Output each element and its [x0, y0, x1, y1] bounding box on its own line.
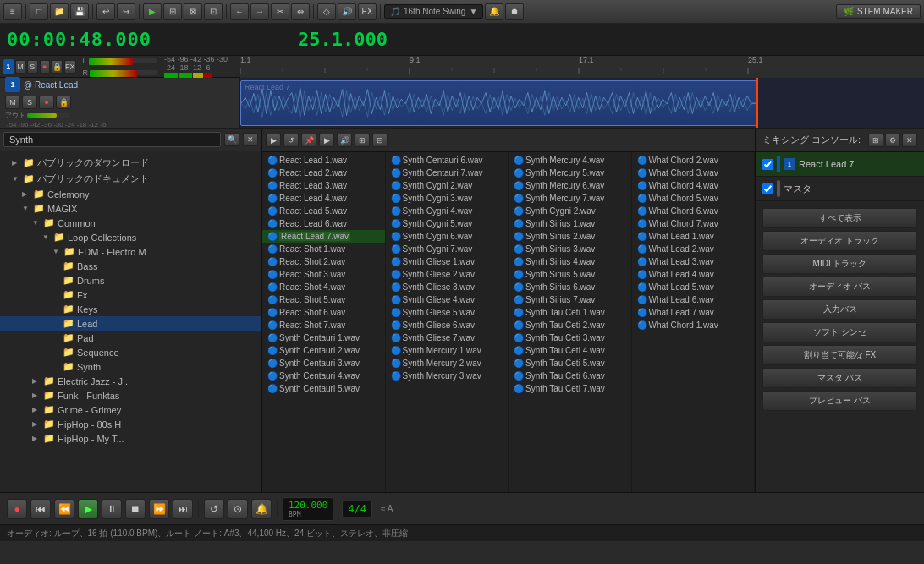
select-btn[interactable]: ⊡ [204, 3, 223, 20]
mixer-master-bus-btn[interactable]: マスタ バス [762, 368, 917, 388]
fl-btn4[interactable]: ▶ [319, 134, 334, 147]
file-item[interactable]: 🔵React Shot 6.wav [262, 306, 385, 319]
menu-btn[interactable]: ≡ [3, 3, 22, 20]
clear-btn[interactable]: ✕ [243, 133, 258, 146]
file-item[interactable]: 🔵Synth Tau Ceti 1.wav [509, 306, 631, 319]
track-solo-btn[interactable]: S [27, 60, 37, 74]
tree-item-electric-jazz[interactable]: ▶ 📁 Electric Jazz - J... [0, 374, 261, 388]
file-item-what-chord-1[interactable]: 🔵What Chord 1.wav [632, 319, 755, 331]
record-count-btn[interactable]: ⏺ [505, 3, 524, 20]
file-item[interactable]: 🔵What Lead 7.wav [632, 306, 755, 319]
fx-btn[interactable]: FX [358, 3, 377, 20]
file-item[interactable]: 🔵Synth Centauri 6.wav [386, 154, 509, 167]
file-item[interactable]: 🔵What Chord 4.wav [632, 179, 755, 192]
file-item[interactable]: 🔵Synth Mercury 6.wav [509, 179, 631, 192]
file-item[interactable]: 🔵React Shot 1.wav [262, 243, 385, 255]
file-item[interactable]: 🔵Synth Cygni 5.wav [386, 217, 509, 230]
tree-item-celemony[interactable]: ▶ 📁 Celemony [0, 187, 261, 201]
mixer-track-react-lead[interactable]: 1 React Lead 7 [756, 152, 924, 177]
file-item[interactable]: 🔵Synth Tau Ceti 5.wav [509, 357, 631, 370]
file-item[interactable]: 🔵Synth Gliese 1.wav [386, 255, 509, 268]
file-item[interactable]: 🔵Synth Tau Ceti 2.wav [509, 319, 631, 331]
tree-item-fx[interactable]: 📁 Fx [0, 287, 261, 302]
file-item-react-lead-7[interactable]: 🔵React Lead 7.wav [262, 230, 385, 243]
track-content[interactable]: React Lead 7 [240, 78, 924, 128]
file-item[interactable]: 🔵React Lead 6.wav [262, 217, 385, 230]
tree-item-loop-collections[interactable]: ▼ 📁 Loop Collections [0, 230, 261, 244]
mixer-settings-btn[interactable]: ⚙ [885, 134, 900, 147]
vol-btn[interactable]: 🔊 [338, 3, 356, 20]
tree-item-common[interactable]: ▼ 📁 Common [0, 216, 261, 230]
file-item[interactable]: 🔵React Lead 2.wav [262, 167, 385, 179]
file-item[interactable]: 🔵Synth Centauri 1.wav [262, 331, 385, 344]
file-item[interactable]: 🔵Synth Tau Ceti 7.wav [509, 382, 631, 395]
t-solo[interactable]: S [22, 96, 37, 109]
open-btn[interactable]: 📁 [50, 3, 69, 20]
track-fx-btn[interactable]: FX [64, 60, 76, 74]
metronome-transport-btn[interactable]: 🔔 [251, 499, 272, 519]
rewind-btn[interactable]: ⏮ [30, 499, 51, 519]
save-btn[interactable]: 💾 [70, 3, 89, 20]
file-item[interactable]: 🔵React Lead 4.wav [262, 192, 385, 205]
mixer-track-master[interactable]: マスタ [756, 177, 924, 201]
fl-btn7[interactable]: ⊟ [372, 134, 388, 147]
track-lock-btn[interactable]: 🔒 [52, 60, 63, 74]
file-item[interactable]: 🔵React Shot 4.wav [262, 281, 385, 293]
tree-item-bass[interactable]: 📁 Bass [0, 259, 261, 273]
undo-btn[interactable]: ↩ [96, 3, 115, 20]
snap-btn[interactable]: ⊠ [184, 3, 202, 20]
next-btn[interactable]: ⏩ [149, 499, 169, 519]
loop-btn[interactable]: ↺ [204, 499, 224, 519]
file-item[interactable]: 🔵React Shot 5.wav [262, 293, 385, 306]
tree-item-drums[interactable]: 📁 Drums [0, 273, 261, 287]
file-item[interactable]: 🔵What Lead 4.wav [632, 268, 755, 281]
stop-btn[interactable]: ⏹ [125, 499, 146, 519]
tree-item-sequence[interactable]: 📁 Sequence [0, 345, 261, 359]
file-item[interactable]: 🔵Synth Cygni 2.wav [386, 179, 509, 192]
fl-btn2[interactable]: ↺ [283, 134, 299, 147]
file-item[interactable]: 🔵React Lead 1.wav [262, 154, 385, 167]
mixer-close-btn[interactable]: ✕ [902, 134, 917, 147]
file-item[interactable]: 🔵Synth Gliese 3.wav [386, 281, 509, 293]
end-btn[interactable]: ⏭ [173, 499, 193, 519]
right-btn[interactable]: → [250, 3, 269, 20]
search-input[interactable] [3, 132, 221, 147]
mixer-audio-bus-btn[interactable]: オーディオ バス [762, 277, 917, 297]
prev-btn[interactable]: ⏪ [54, 499, 74, 519]
fl-btn5[interactable]: 🔊 [337, 134, 352, 147]
t-lock[interactable]: 🔒 [56, 96, 71, 109]
stem-maker-button[interactable]: 🌿 STEM MAKER [836, 4, 921, 19]
tree-item-hiphop-80s[interactable]: ▶ 📁 HipHop - 80s H [0, 417, 261, 431]
file-item[interactable]: 🔵Synth Sirius 3.wav [509, 243, 631, 255]
tree-item-pad[interactable]: 📁 Pad [0, 331, 261, 345]
mixer-track-checkbox[interactable] [762, 159, 773, 170]
file-item[interactable]: 🔵What Chord 3.wav [632, 167, 755, 179]
file-item[interactable]: 🔵What Chord 5.wav [632, 192, 755, 205]
file-item[interactable]: 🔵Synth Cygni 4.wav [386, 205, 509, 217]
file-item[interactable]: 🔵Synth Cygni 3.wav [386, 192, 509, 205]
search-btn[interactable]: 🔍 [224, 133, 239, 146]
file-item[interactable]: 🔵Synth Mercury 5.wav [509, 167, 631, 179]
t-mute[interactable]: M [5, 96, 20, 109]
tree-item-hiphop-my[interactable]: ▶ 📁 HipHop - My T... [0, 431, 261, 446]
file-item[interactable]: 🔵Synth Sirius 7.wav [509, 293, 631, 306]
file-item[interactable]: 🔵Synth Mercury 7.wav [509, 192, 631, 205]
file-item[interactable]: 🔵Synth Sirius 1.wav [509, 217, 631, 230]
file-item[interactable]: 🔵Synth Centauri 5.wav [262, 382, 385, 395]
tree-item-synth[interactable]: 📁 Synth [0, 359, 261, 374]
file-item[interactable]: 🔵Synth Gliese 5.wav [386, 306, 509, 319]
file-item[interactable]: 🔵Synth Gliese 2.wav [386, 268, 509, 281]
file-item[interactable]: 🔵Synth Mercury 3.wav [386, 370, 509, 382]
tree-item-documents[interactable]: ▼ 📁 パブリックのドキュメント [0, 171, 261, 187]
fl-btn1[interactable]: ▶ [266, 134, 281, 147]
mixer-preview-bus-btn[interactable]: プレビュー バス [762, 391, 917, 411]
file-item[interactable]: 🔵React Shot 7.wav [262, 319, 385, 331]
mixer-assignable-fx-btn[interactable]: 割り当て可能な FX [762, 345, 917, 365]
file-item[interactable]: 🔵React Shot 3.wav [262, 268, 385, 281]
metronome-btn[interactable]: 🔔 [485, 3, 503, 20]
tree-item-keys[interactable]: 📁 Keys [0, 302, 261, 316]
track-mute-btn[interactable]: M [15, 60, 25, 74]
file-item[interactable]: 🔵Synth Cygni 7.wav [386, 243, 509, 255]
track-clip[interactable]: React Lead 7 [240, 80, 756, 126]
fl-btn6[interactable]: ⊞ [355, 134, 370, 147]
